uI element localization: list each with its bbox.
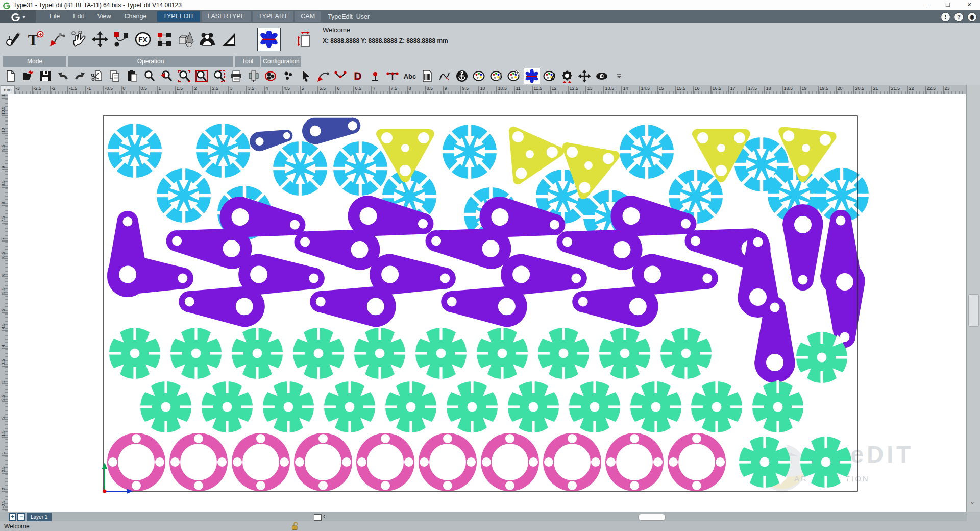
menu-item-edit[interactable]: Edit [66, 10, 91, 23]
preview-eye-button[interactable] [594, 68, 609, 84]
zoom-selection-button[interactable] [211, 68, 227, 84]
copy-pages-button[interactable] [107, 68, 122, 84]
svg-text:9: 9 [445, 86, 447, 91]
effects-fx-button[interactable]: FX [133, 27, 153, 52]
barcode-doc-button[interactable] [420, 68, 435, 84]
app-menu-button[interactable]: ▾ [0, 10, 36, 23]
cut-scissors-button[interactable] [90, 68, 105, 84]
palette-brush-button[interactable] [542, 68, 557, 84]
curve-split-button[interactable] [333, 68, 348, 84]
tab-list-icon[interactable] [314, 514, 322, 521]
help-icon[interactable]: ? [954, 12, 964, 22]
part-disc[interactable] [618, 123, 675, 180]
dimension-frame-button[interactable] [295, 27, 315, 52]
pen-settings-button[interactable] [4, 27, 24, 52]
menu-tab-cam[interactable]: CAM [295, 11, 321, 22]
nesting-flower-button[interactable] [524, 68, 540, 84]
curve-smooth-button[interactable] [437, 68, 452, 84]
letter-d-button[interactable]: D [350, 68, 365, 84]
part-flange[interactable] [169, 433, 228, 491]
part-disc[interactable] [332, 140, 389, 197]
paste-clipboard-button[interactable] [125, 68, 140, 84]
part-flange[interactable] [107, 433, 165, 491]
menu-item-typeedit-user[interactable]: TypeEdit_User [322, 13, 376, 20]
save-floppy-button[interactable] [38, 68, 53, 84]
node-link-button[interactable] [111, 27, 132, 52]
text-add-button[interactable]: T [26, 27, 46, 52]
node-pair-button[interactable] [154, 27, 175, 52]
shapes-3d-button[interactable] [176, 27, 196, 52]
part-disc[interactable] [441, 123, 498, 180]
close-button[interactable]: ✕ [959, 0, 980, 10]
vertical-scrollbar[interactable]: ⌄ [966, 85, 980, 512]
palette-pen-button[interactable] [489, 68, 504, 84]
print-button[interactable] [229, 68, 244, 84]
svg-text:-0.5: -0.5 [105, 86, 113, 91]
menu-item-change[interactable]: Change [118, 10, 154, 23]
more-options-button[interactable] [611, 68, 627, 84]
weld-contours-button[interactable] [263, 68, 279, 84]
zoom-page-button[interactable] [194, 68, 209, 84]
part-disc[interactable] [106, 122, 163, 179]
svg-text:9.5: 9.5 [1, 144, 6, 151]
move-arrows-button[interactable] [577, 68, 592, 84]
horizontal-scrollbar-thumb[interactable] [638, 514, 666, 521]
menu-tab-typeart[interactable]: TYPEART [253, 11, 293, 22]
alerts-icon[interactable]: ! [941, 12, 950, 22]
set-square-button[interactable] [218, 27, 239, 52]
minimize-button[interactable]: ─ [916, 0, 937, 10]
node-align-icon [386, 69, 399, 83]
part-flange[interactable] [543, 433, 601, 491]
part-flange[interactable] [232, 433, 290, 491]
set-square-icon [220, 31, 237, 48]
layer-tab-layer-1[interactable]: Layer 1 [27, 513, 52, 521]
insert-point-button[interactable] [368, 68, 383, 84]
part-flange[interactable] [294, 433, 352, 491]
part-disc[interactable] [155, 167, 212, 224]
pan-hand-button[interactable] [68, 27, 89, 52]
team-users-button[interactable] [197, 27, 217, 52]
tab-scroll-left-icon[interactable]: ‹ [323, 513, 325, 520]
remove-layer-button[interactable]: − [17, 513, 25, 521]
zoom-previous-button[interactable] [159, 68, 175, 84]
zoom-magnifier-button[interactable] [142, 68, 157, 84]
menu-tab-typeedit[interactable]: TYPEEDIT [157, 11, 200, 22]
node-select-button[interactable] [47, 27, 67, 52]
part-flange[interactable] [481, 433, 539, 491]
undo-arrow-button[interactable] [55, 68, 70, 84]
about-icon[interactable]: ◉ [967, 12, 977, 22]
design-canvas[interactable]: pe eDIT ARE SOLUTION [8, 94, 967, 512]
part-flange[interactable] [356, 433, 414, 491]
anchor-button[interactable] [454, 68, 470, 84]
menu-tab-lasertype[interactable]: LASERTYPE [202, 11, 251, 22]
dot-group-button[interactable] [281, 68, 296, 84]
scroll-down-icon[interactable]: ⌄ [970, 498, 975, 505]
text-abc-button[interactable]: Abc [402, 68, 418, 84]
menu-item-file[interactable]: File [43, 10, 66, 23]
open-folder-button[interactable] [20, 68, 36, 84]
redo-arrow-button[interactable] [72, 68, 88, 84]
zoom-page-icon [195, 69, 208, 83]
settings-gear-button[interactable] [559, 68, 575, 84]
svg-text:7: 7 [373, 86, 376, 91]
menu-item-view[interactable]: View [91, 10, 118, 23]
add-layer-button[interactable]: + [9, 513, 16, 521]
zoom-window-button[interactable] [177, 68, 192, 84]
select-arrow-button[interactable] [298, 68, 313, 84]
palette-add-button[interactable] [506, 68, 522, 84]
part-disc[interactable] [194, 122, 252, 179]
node-edit-button[interactable] [315, 68, 331, 84]
svg-text:-2: -2 [52, 86, 56, 91]
nesting-flower-button[interactable] [257, 28, 281, 51]
maximize-button[interactable]: ☐ [937, 0, 959, 10]
new-document-button[interactable] [3, 68, 18, 84]
move-arrows-button[interactable] [90, 27, 110, 52]
part-flange[interactable] [605, 433, 664, 491]
vertical-scrollbar-thumb[interactable] [968, 294, 979, 327]
part-flange[interactable] [419, 433, 477, 491]
part-flange[interactable] [668, 433, 726, 491]
machining-button[interactable] [246, 68, 261, 84]
part-disc[interactable] [272, 140, 329, 197]
node-align-button[interactable] [385, 68, 400, 84]
palette-colors-button[interactable] [472, 68, 487, 84]
